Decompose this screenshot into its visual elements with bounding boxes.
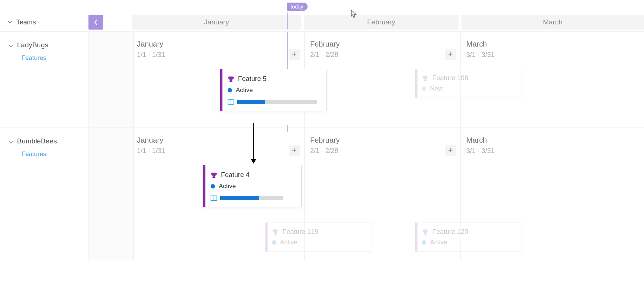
today-marker: today <box>287 3 308 11</box>
column-range: 3/1 - 3/31 <box>466 51 494 59</box>
card-feature-5[interactable]: Feature 5 Active <box>220 69 327 111</box>
card-title-label: Feature 119 <box>282 228 318 236</box>
column-range: 1/1 - 1/31 <box>137 51 165 59</box>
features-link[interactable]: Features <box>21 54 88 62</box>
dependency-arrow <box>250 123 257 166</box>
progress-bar <box>237 100 317 104</box>
team-name-label: LadyBugs <box>17 41 48 49</box>
column-range: 3/1 - 3/31 <box>466 147 494 155</box>
team-name-label: BumbleBees <box>17 137 57 145</box>
column-label: February <box>310 136 340 145</box>
book-icon <box>211 195 217 201</box>
status-dot <box>422 240 426 245</box>
card-status-label: Active <box>236 86 253 94</box>
card-title-label: Feature 5 <box>238 75 266 83</box>
status-dot <box>272 240 276 245</box>
add-item-button[interactable]: + <box>289 145 300 156</box>
trophy-icon <box>422 229 429 235</box>
card-status-label: New <box>430 85 443 92</box>
month-header-january[interactable]: January <box>132 15 301 30</box>
card-status-label: Active <box>219 183 236 190</box>
column-label: March <box>466 136 487 145</box>
month-header-february[interactable]: February <box>304 15 459 30</box>
today-pill: today <box>287 3 308 11</box>
trophy-icon <box>228 76 234 82</box>
card-title-label: Feature 4 <box>221 171 249 179</box>
column-label: January <box>137 136 163 145</box>
status-dot <box>422 86 426 91</box>
progress-fill <box>220 196 259 200</box>
card-title-label: Feature 120 <box>432 228 468 236</box>
card-feature-4[interactable]: Feature 4 Active <box>203 165 302 207</box>
today-line <box>287 125 288 132</box>
column-label: January <box>137 40 163 48</box>
progress-bar <box>220 196 283 200</box>
trophy-icon <box>422 75 429 82</box>
card-feature-119[interactable]: Feature 119 Active <box>265 222 372 252</box>
card-feature-106[interactable]: Feature 106 New <box>415 69 522 98</box>
scroll-left-button[interactable] <box>88 15 103 30</box>
add-item-button[interactable]: + <box>445 145 456 156</box>
team-toggle-bumblebees[interactable]: BumbleBees <box>8 137 88 145</box>
today-line <box>287 32 288 69</box>
teams-header[interactable]: Teams <box>0 18 89 26</box>
card-feature-120[interactable]: Feature 120 Active <box>415 222 522 252</box>
status-dot <box>228 88 232 92</box>
column-range: 2/1 - 2/28 <box>310 51 338 59</box>
trophy-icon <box>272 229 279 235</box>
timeline-header: Teams January February March <box>0 15 644 30</box>
chevron-down-icon <box>7 20 13 25</box>
month-header-march[interactable]: March <box>462 15 644 30</box>
team-row-ladybugs: LadyBugs Features January 1/1 - 1/31 + F… <box>0 31 644 128</box>
trophy-icon <box>211 172 217 179</box>
status-dot <box>211 184 215 188</box>
column-range: 1/1 - 1/31 <box>137 147 165 155</box>
chevron-down-icon <box>8 43 13 48</box>
add-item-button[interactable]: + <box>445 49 456 60</box>
team-row-bumblebees: BumbleBees Features January 1/1 - 1/31 +… <box>0 128 644 261</box>
book-icon <box>228 99 234 105</box>
team-toggle-ladybugs[interactable]: LadyBugs <box>8 41 88 49</box>
card-status-label: Active <box>430 239 447 246</box>
features-link[interactable]: Features <box>21 150 88 158</box>
today-line <box>287 13 288 29</box>
column-label: February <box>310 40 340 48</box>
card-status-label: Active <box>280 239 297 246</box>
progress-fill <box>237 100 265 104</box>
chevron-down-icon <box>8 139 13 144</box>
column-label: March <box>466 40 487 48</box>
add-item-button[interactable]: + <box>289 49 300 60</box>
card-title-label: Feature 106 <box>432 74 468 82</box>
teams-header-label: Teams <box>16 18 36 26</box>
column-range: 2/1 - 2/28 <box>310 147 338 155</box>
